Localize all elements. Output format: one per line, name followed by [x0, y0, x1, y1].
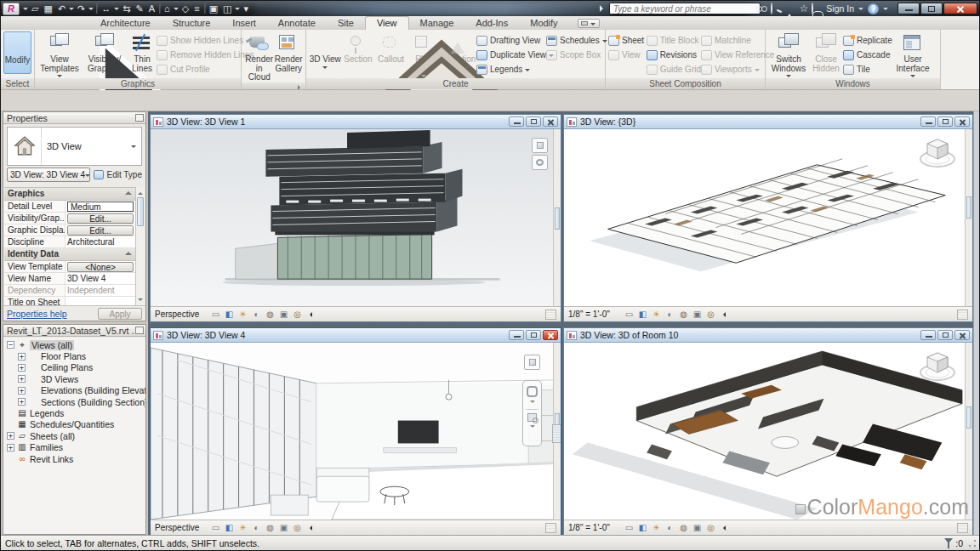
sign-in-caret-icon[interactable] — [858, 8, 863, 13]
modify-button[interactable]: Modify — [3, 31, 31, 74]
reveal-hidden-icon[interactable]: ◎ — [705, 309, 716, 321]
collapse-arrow-icon[interactable] — [307, 312, 312, 317]
viewport-title-bar[interactable]: 3D View: {3D} — [564, 115, 972, 129]
redo-icon-caret[interactable] — [88, 8, 94, 13]
viewport-title-bar[interactable]: 3D View: 3D View 4 — [151, 328, 561, 343]
search-input[interactable] — [609, 3, 761, 14]
visual-style-icon[interactable]: ◧ — [637, 522, 648, 534]
properties-scrollbar[interactable] — [135, 187, 145, 306]
viewport-close-button[interactable] — [543, 330, 558, 340]
property-value[interactable]: 3D View 4 — [66, 273, 135, 284]
user-interface-button[interactable]: User Interface — [892, 31, 933, 78]
render-icon[interactable]: ◍ — [678, 522, 689, 534]
sun-path-icon[interactable]: ☀ — [651, 522, 662, 534]
search-expand-icon[interactable] — [600, 5, 607, 12]
expand-toggle-icon[interactable]: + — [18, 353, 26, 361]
scroll-corner-grip[interactable] — [545, 310, 556, 320]
title-block-button[interactable]: Title Block — [647, 33, 701, 48]
favorites-star-icon[interactable]: ☆ — [800, 3, 809, 14]
property-group-identity-data[interactable]: Identity Data — [4, 248, 135, 261]
palette-menu-icon[interactable] — [135, 327, 144, 334]
schedules-button[interactable]: Schedules — [546, 33, 602, 48]
crop-view-icon[interactable]: ▣ — [692, 522, 703, 534]
render-icon[interactable]: ◍ — [678, 309, 689, 321]
scale-control[interactable]: Perspective — [155, 310, 208, 319]
viewport-vertical-scrollbar[interactable] — [553, 129, 561, 306]
scale-control[interactable]: 1/8" = 1'-0" — [568, 523, 621, 532]
crop-size-icon[interactable]: ▭ — [624, 522, 635, 534]
shadows-icon[interactable]: ◐ — [251, 522, 262, 534]
browser-item-ceiling-plans[interactable]: +Ceiling Plans — [3, 362, 145, 373]
browser-item-families[interactable]: +▥Families — [3, 442, 145, 453]
resize-grip[interactable] — [967, 538, 977, 548]
measure-icon-caret[interactable] — [114, 8, 119, 13]
properties-help-link[interactable]: Properties help — [7, 309, 67, 319]
reveal-hidden-icon[interactable]: ◎ — [292, 309, 303, 321]
window-close-button[interactable] — [943, 3, 977, 14]
shadows-icon[interactable]: ◐ — [664, 522, 675, 534]
viewport-title-bar[interactable]: 3D View: 3D of Room 10 — [564, 328, 972, 343]
collapse-arrow-icon[interactable] — [721, 312, 726, 317]
undo-icon[interactable]: ↶ — [55, 1, 68, 16]
expand-toggle-icon[interactable]: + — [18, 375, 26, 383]
viewport-minimize-button[interactable] — [920, 116, 936, 127]
viewport-title-bar[interactable]: 3D View: 3D View 1 — [151, 115, 561, 129]
render-icon[interactable]: ◍ — [265, 309, 276, 321]
browser-item-legends[interactable]: ▤Legends — [3, 407, 145, 418]
type-selector-preview[interactable]: 3D View — [7, 127, 142, 166]
render-in-cloud-button[interactable]: Render in Cloud — [244, 31, 274, 82]
expand-toggle-icon[interactable]: + — [18, 387, 26, 395]
render-icon[interactable]: ◍ — [265, 522, 276, 534]
tab-insert[interactable]: Insert — [221, 17, 267, 30]
viewports-button[interactable]: Viewports — [701, 62, 762, 77]
help-icon[interactable]: ? — [868, 3, 879, 14]
scale-control[interactable]: Perspective — [155, 523, 208, 532]
navigation-bar[interactable] — [522, 380, 542, 446]
viewport-restore-button[interactable] — [937, 330, 953, 340]
crop-view-icon[interactable]: ▣ — [278, 522, 289, 534]
open-icon[interactable]: ▱ — [29, 1, 41, 16]
viewport-restore-button[interactable] — [526, 116, 541, 127]
viewport-3d-of-room-10[interactable]: 3D View: 3D of Room 10 — [563, 327, 973, 536]
steering-wheel-button[interactable] — [532, 155, 548, 170]
scope-box-button[interactable]: Scope Box — [546, 48, 602, 62]
cascade-button[interactable]: Cascade — [843, 48, 892, 62]
tab-modify[interactable]: Modify — [519, 17, 568, 30]
browser-item-3d-views[interactable]: +3D Views — [3, 373, 145, 384]
viewport-3d-view-1[interactable]: 3D View: 3D View 1 — [150, 114, 561, 322]
viewcube[interactable] — [918, 136, 957, 172]
sun-path-icon[interactable]: ☀ — [237, 309, 248, 321]
tab-architecture[interactable]: Architecture — [89, 17, 162, 30]
group-pin-icon[interactable] — [125, 252, 132, 255]
help-caret-icon[interactable] — [883, 8, 888, 13]
remove-hidden-lines-button[interactable]: Remove Hidden Lines — [157, 48, 238, 62]
property-value[interactable]: Medium — [66, 201, 135, 212]
steering-wheel-icon[interactable] — [527, 386, 538, 397]
close-hidden-button[interactable]: Close Hidden — [809, 31, 843, 76]
edit-type-button[interactable]: Edit Type — [94, 170, 142, 179]
shadows-icon[interactable]: ◐ — [664, 309, 675, 321]
scrollbar-grip[interactable] — [552, 424, 561, 443]
expand-toggle-icon[interactable]: + — [7, 432, 14, 440]
collapse-arrow-icon[interactable] — [307, 525, 312, 531]
render-gallery-button[interactable]: Render Gallery — [274, 31, 303, 76]
browser-item-sections-building-section[interactable]: +Sections (Building Section) — [3, 396, 145, 407]
viewport-minimize-button[interactable] — [509, 116, 524, 127]
tab-site[interactable]: Site — [327, 17, 365, 30]
cut-profile-button[interactable]: Cut Profile — [157, 62, 238, 77]
browser-item-views-all[interactable]: −⌖Views (all) — [3, 339, 145, 350]
tab-view[interactable]: View — [365, 16, 409, 30]
crop-view-icon[interactable]: ▣ — [692, 309, 703, 321]
expand-toggle-icon[interactable]: − — [7, 341, 14, 349]
redo-icon[interactable]: ↷ — [75, 1, 88, 16]
browser-item-schedules-quantities[interactable]: ▦Schedules/Quantities — [3, 419, 145, 430]
measure-icon[interactable]: ↔ — [99, 1, 113, 16]
switch-windows-icon-caret[interactable] — [235, 8, 240, 13]
browser-item-elevations-building-elevation[interactable]: +Elevations (Building Elevation) — [3, 385, 145, 396]
view-reference-button[interactable]: View Reference — [701, 48, 762, 62]
expand-toggle-icon[interactable]: + — [18, 364, 26, 372]
viewport-vertical-scrollbar[interactable] — [965, 129, 972, 306]
sign-in-label[interactable]: Sign In — [826, 3, 854, 14]
matchline-button[interactable]: Matchline — [701, 33, 762, 48]
switch-windows-button[interactable]: Switch Windows — [768, 31, 809, 78]
